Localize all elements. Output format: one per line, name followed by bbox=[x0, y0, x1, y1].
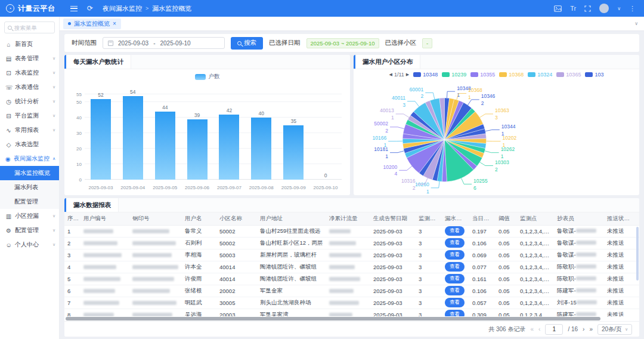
bar-series: 525444394240350 bbox=[85, 94, 342, 180]
bar[interactable] bbox=[155, 112, 175, 180]
sidebar-search[interactable] bbox=[4, 21, 55, 33]
table-cell: 陶港镇团坵许、碾坡组 bbox=[257, 261, 326, 273]
table-cell bbox=[129, 225, 182, 237]
bar[interactable] bbox=[251, 118, 271, 180]
table-cell: 40014 bbox=[216, 261, 257, 273]
sidebar-item-select[interactable]: ◇水表选型 bbox=[0, 137, 59, 152]
page-number-input[interactable] bbox=[545, 324, 563, 335]
pie-label-value: 1 bbox=[391, 115, 394, 121]
sidebar-item-leak[interactable]: ◉夜间漏水监控∧ bbox=[0, 152, 59, 166]
pie-label-value: 1 bbox=[501, 153, 504, 159]
column-header: 钢印号 bbox=[129, 212, 182, 225]
table-cell: 陈建军- bbox=[554, 285, 604, 297]
pie-label-name: 10303 bbox=[495, 159, 509, 165]
sidebar-item-district[interactable]: ▥小区控漏∨ bbox=[0, 209, 59, 223]
date-range-input[interactable]: 2025-09-03 - 2025-09-10 bbox=[103, 37, 225, 49]
table-cell: 石则利 bbox=[182, 237, 216, 249]
sidebar-item-config[interactable]: ⚙配置管理∨ bbox=[0, 223, 59, 238]
table-horizontal-scrollbar[interactable] bbox=[64, 316, 639, 321]
pie-legend-item[interactable]: 10324 bbox=[528, 72, 552, 78]
table-cell: 0.057 bbox=[469, 297, 496, 309]
sidebar-item-comm[interactable]: ☏水表通信∨ bbox=[0, 80, 59, 94]
sidebar-subitem[interactable]: 配置管理 bbox=[0, 195, 59, 209]
legend-next-icon[interactable]: ▶ bbox=[406, 72, 409, 77]
translate-icon[interactable]: Tr bbox=[570, 5, 576, 12]
menu-search-input[interactable] bbox=[14, 24, 49, 31]
sidebar-item-monitor[interactable]: ⊡水表监控∨ bbox=[0, 66, 59, 80]
bar[interactable] bbox=[219, 115, 239, 180]
pie-legend-item[interactable]: 10239 bbox=[442, 72, 466, 78]
legend-label: 10355 bbox=[480, 72, 495, 78]
sidebar-item-meter[interactable]: ▤表务管理∨ bbox=[0, 51, 59, 66]
pie-legend-item[interactable]: 10355 bbox=[470, 72, 495, 78]
user-menu-chevron-icon[interactable]: ∨ bbox=[617, 6, 621, 11]
user-avatar[interactable] bbox=[599, 4, 609, 13]
tab-close-icon[interactable]: × bbox=[113, 20, 116, 27]
view-detail-button[interactable]: 查看 bbox=[445, 274, 465, 283]
pie-legend-item[interactable]: 10348 bbox=[413, 72, 438, 78]
scrollbar-thumb[interactable] bbox=[66, 317, 600, 320]
bar[interactable] bbox=[283, 125, 304, 180]
breadcrumb-parent[interactable]: 夜间漏水监控 bbox=[103, 4, 142, 13]
pie-label-line bbox=[396, 114, 409, 118]
table-cell bbox=[129, 309, 182, 316]
table-cell: 明廷武 bbox=[182, 297, 216, 309]
bar-value-label: 44 bbox=[162, 104, 168, 110]
pie-chart-title: 漏水用户小区分布 bbox=[354, 55, 420, 69]
pie-chart-card: 漏水用户小区分布 ◀1/11▶1034810239103551036810324… bbox=[354, 55, 639, 195]
pie-legend-item[interactable]: 10368 bbox=[499, 72, 524, 78]
table-cell: 鲁山村旺新小区12，两层 bbox=[257, 237, 326, 249]
first-page-icon[interactable]: « bbox=[530, 326, 534, 332]
bar[interactable] bbox=[187, 119, 208, 180]
prev-page-icon[interactable]: ‹ bbox=[538, 326, 540, 332]
view-detail-button[interactable]: 查看 bbox=[445, 226, 465, 236]
bar-value-label: 39 bbox=[194, 112, 200, 118]
redacted-text bbox=[132, 253, 172, 257]
sidebar-item-label: 小区控漏 bbox=[15, 212, 49, 220]
last-page-icon[interactable]: » bbox=[589, 326, 593, 332]
sidebar-item-label: 水表通信 bbox=[15, 83, 49, 91]
next-page-icon[interactable]: › bbox=[583, 326, 584, 332]
sidebar-item-platform[interactable]: ⊟平台监测∨ bbox=[0, 109, 59, 123]
tab-leak-overview[interactable]: 漏水监控概览 × bbox=[63, 19, 121, 29]
pie-legend-item[interactable]: 103 bbox=[585, 72, 603, 78]
more-options-icon[interactable]: ⋮ bbox=[629, 5, 636, 13]
sidebar-item-user[interactable]: ☺个人中心∨ bbox=[0, 238, 59, 252]
sidebar-item-report[interactable]: ∿常用报表∨ bbox=[0, 123, 59, 137]
table-cell: 未推送 bbox=[604, 273, 636, 285]
pie-label-name: 40013 bbox=[380, 107, 394, 113]
menu-collapse-icon[interactable] bbox=[70, 6, 78, 11]
fullscreen-icon[interactable] bbox=[584, 5, 591, 12]
sidebar-item-stats[interactable]: ◷统计分析∨ bbox=[0, 94, 59, 109]
bar[interactable] bbox=[91, 99, 111, 180]
date-start-value[interactable]: 2025-09-03 bbox=[118, 40, 148, 47]
table-cell: 0,1,2,3,4,5,6 bbox=[517, 225, 554, 237]
bar[interactable] bbox=[123, 96, 143, 180]
view-detail-button[interactable]: 查看 bbox=[445, 262, 465, 272]
pie-legend-item[interactable]: 10365 bbox=[556, 72, 581, 78]
table-cell: 鲁常义 bbox=[182, 225, 216, 237]
bar-chart-legend[interactable]: 户数 bbox=[64, 73, 350, 81]
table-cell bbox=[80, 237, 129, 249]
tabbar-dropdown-icon[interactable]: ∨ bbox=[634, 21, 640, 26]
table-vertical-scrollbar[interactable] bbox=[636, 227, 639, 281]
date-end-value[interactable]: 2025-09-10 bbox=[160, 40, 191, 47]
search-button[interactable]: 搜索 bbox=[231, 37, 263, 50]
view-detail-button[interactable]: 查看 bbox=[445, 250, 465, 260]
sidebar-subitem[interactable]: 漏水列表 bbox=[0, 180, 59, 195]
pagination: 共 306 条记录 « ‹ / 16 › » 20条/页 ∨ bbox=[64, 321, 639, 337]
view-detail-button[interactable]: 查看 bbox=[445, 310, 465, 316]
page-size-select[interactable]: 20条/页 ∨ bbox=[597, 324, 632, 335]
filter-icon[interactable]: ▼ bbox=[631, 217, 636, 221]
legend-prev-icon[interactable]: ◀ bbox=[389, 72, 392, 77]
chevron-down-icon: ∨ bbox=[52, 56, 55, 61]
view-detail-button[interactable]: 查看 bbox=[445, 298, 465, 307]
sidebar-subitem[interactable]: 漏水监控概览 bbox=[0, 166, 59, 180]
bar-slot: 42 bbox=[213, 94, 246, 180]
refresh-icon[interactable]: ⟳ bbox=[87, 4, 93, 13]
view-detail-button[interactable]: 查看 bbox=[445, 238, 465, 248]
screenshot-icon[interactable] bbox=[554, 5, 562, 12]
sidebar-item-home[interactable]: ⌂新首页 bbox=[0, 37, 59, 51]
pie-label-line bbox=[480, 162, 493, 166]
view-detail-button[interactable]: 查看 bbox=[445, 286, 465, 295]
